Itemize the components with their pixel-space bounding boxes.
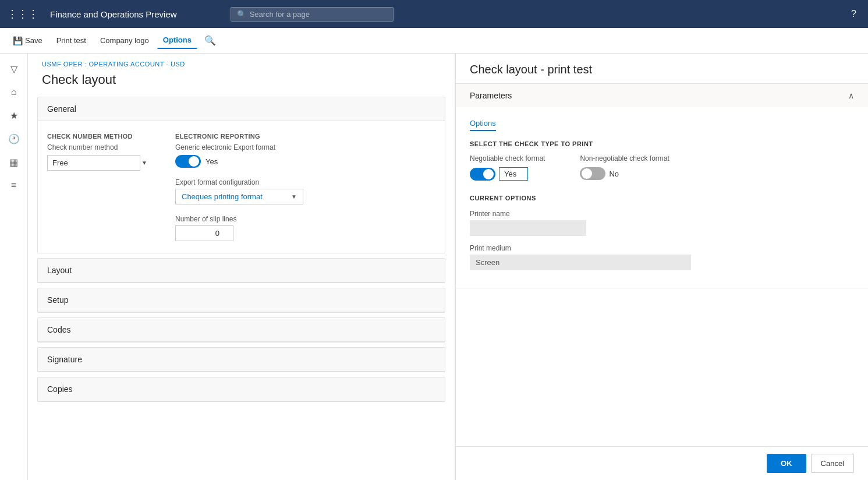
non-negotiable-toggle-label: No <box>609 170 619 178</box>
section-general-header[interactable]: General <box>38 97 445 121</box>
section-codes-header[interactable]: Codes <box>38 318 445 342</box>
negotiable-check-item: Negotiable check format <box>470 154 545 181</box>
sidebar-recent-icon[interactable]: 🕐 <box>3 128 24 149</box>
topbar: ⋮⋮⋮ Finance and Operations Preview 🔍 ? <box>0 0 868 28</box>
sidebar-workspaces-icon[interactable]: ▦ <box>3 151 24 172</box>
printer-name-label: Printer name <box>470 210 854 218</box>
generic-export-label: Generic electronic Export format <box>175 143 303 151</box>
generic-export-toggle-wrapper: Yes <box>175 155 303 168</box>
electronic-reporting-group: ELECTRONIC REPORTING Generic electronic … <box>175 133 303 241</box>
grid-menu-icon[interactable]: ⋮⋮⋮ <box>7 8 38 20</box>
params-collapse-icon: ∧ <box>848 91 854 100</box>
params-header[interactable]: Parameters ∧ <box>456 84 868 107</box>
current-options-title: CURRENT OPTIONS <box>470 195 854 202</box>
check-number-select-wrapper: Free Sequential Manual ▼ <box>47 155 152 171</box>
generic-export-toggle[interactable] <box>175 155 201 168</box>
form-row-main: CHECK NUMBER METHOD Check number method … <box>47 133 435 241</box>
printer-name-value <box>470 220 586 236</box>
printer-name-row: Printer name <box>470 210 854 236</box>
negotiable-toggle-knob <box>483 169 494 179</box>
check-number-select[interactable]: Free Sequential Manual <box>47 155 140 171</box>
options-button[interactable]: Options <box>157 32 197 49</box>
main-layout: ▽ ⌂ ★ 🕐 ▦ ≡ USMF OPER : OPERATING ACCOUN… <box>0 54 868 480</box>
app-title: Finance and Operations Preview <box>50 9 177 19</box>
save-icon: 💾 <box>13 36 23 45</box>
current-options-section: CURRENT OPTIONS Printer name Print mediu… <box>470 195 854 270</box>
print-medium-value: Screen <box>470 255 691 270</box>
sidebar-favorites-icon[interactable]: ★ <box>3 105 24 126</box>
section-general-body: CHECK NUMBER METHOD Check number method … <box>38 121 445 253</box>
search-input[interactable] <box>250 10 387 19</box>
section-signature-header[interactable]: Signature <box>38 348 445 372</box>
negotiable-text-input[interactable] <box>499 167 528 181</box>
slip-lines-label: Number of slip lines <box>175 215 303 223</box>
check-number-method-group: CHECK NUMBER METHOD Check number method … <box>47 133 152 171</box>
content-area: USMF OPER : OPERATING ACCOUNT - USD Chec… <box>28 54 455 480</box>
print-test-button[interactable]: Print test <box>51 33 92 48</box>
save-button[interactable]: 💾 Save <box>7 33 48 49</box>
sidebar-filter-icon[interactable]: ▽ <box>3 58 24 79</box>
breadcrumb: USMF OPER : OPERATING ACCOUNT - USD <box>28 54 455 70</box>
cancel-button[interactable]: Cancel <box>811 454 854 473</box>
section-setup-header[interactable]: Setup <box>38 288 445 312</box>
section-copies: Copies <box>37 377 445 402</box>
section-setup: Setup <box>37 288 445 313</box>
non-negotiable-toggle-wrapper: No <box>580 167 669 180</box>
ok-button[interactable]: OK <box>767 454 806 473</box>
company-logo-button[interactable]: Company logo <box>94 33 155 48</box>
electronic-reporting-label: ELECTRONIC REPORTING <box>175 133 303 140</box>
export-format-dropdown[interactable]: Cheques printing format ▼ <box>175 189 303 204</box>
options-tab[interactable]: Options <box>470 117 496 131</box>
section-signature: Signature <box>37 347 445 372</box>
panel-footer: OK Cancel <box>456 446 868 480</box>
sidebar-home-icon[interactable]: ⌂ <box>3 82 24 103</box>
params-section: Parameters ∧ Options SELECT THE CHECK TY… <box>456 84 868 288</box>
panel-title: Check layout - print test <box>456 54 868 84</box>
toggle-knob <box>189 156 199 167</box>
non-negotiable-toggle[interactable] <box>580 167 605 180</box>
params-body: Options SELECT THE CHECK TYPE TO PRINT N… <box>456 107 868 288</box>
non-negotiable-check-label: Non-negotiable check format <box>580 154 669 163</box>
print-medium-label: Print medium <box>470 244 854 252</box>
params-header-title: Parameters <box>470 91 512 100</box>
section-copies-header[interactable]: Copies <box>38 377 445 401</box>
sidebar-modules-icon[interactable]: ≡ <box>3 175 24 196</box>
search-box[interactable]: 🔍 <box>231 7 394 22</box>
slip-lines-group: Number of slip lines <box>175 215 303 241</box>
print-medium-row: Print medium Screen <box>470 244 854 270</box>
search-icon: 🔍 <box>237 10 246 19</box>
panel-body: Parameters ∧ Options SELECT THE CHECK TY… <box>456 84 868 446</box>
generic-export-toggle-label: Yes <box>206 157 218 166</box>
right-panel: Check layout - print test Parameters ∧ O… <box>455 54 868 480</box>
check-number-method-label: CHECK NUMBER METHOD <box>47 133 152 140</box>
negotiable-toggle[interactable] <box>470 168 495 181</box>
section-layout-header[interactable]: Layout <box>38 259 445 283</box>
slip-lines-input[interactable] <box>175 225 233 241</box>
dropdown-arrow-icon: ▼ <box>291 193 297 200</box>
page-title: Check layout <box>28 70 455 97</box>
help-icon[interactable]: ? <box>851 9 856 19</box>
check-number-method-field-label: Check number method <box>47 143 152 151</box>
commandbar-search-button[interactable]: 🔍 <box>200 31 221 50</box>
export-format-group: Export format configuration Cheques prin… <box>175 178 303 204</box>
non-negotiable-check-item: Non-negotiable check format No <box>580 154 669 180</box>
select-check-type-label: SELECT THE CHECK TYPE TO PRINT <box>470 140 854 147</box>
select-arrow-icon: ▼ <box>141 160 147 166</box>
section-codes: Codes <box>37 317 445 343</box>
section-general: General CHECK NUMBER METHOD Check number… <box>37 97 445 253</box>
export-config-label: Export format configuration <box>175 178 303 186</box>
commandbar: 💾 Save Print test Company logo Options 🔍 <box>0 28 868 54</box>
non-negotiable-toggle-knob <box>582 168 592 179</box>
negotiable-check-label: Negotiable check format <box>470 154 545 163</box>
negotiable-toggle-wrapper <box>470 167 545 181</box>
section-layout: Layout <box>37 258 445 283</box>
left-sidebar: ▽ ⌂ ★ 🕐 ▦ ≡ <box>0 54 28 480</box>
check-type-row: Negotiable check format Non-negotiable c… <box>470 154 854 181</box>
